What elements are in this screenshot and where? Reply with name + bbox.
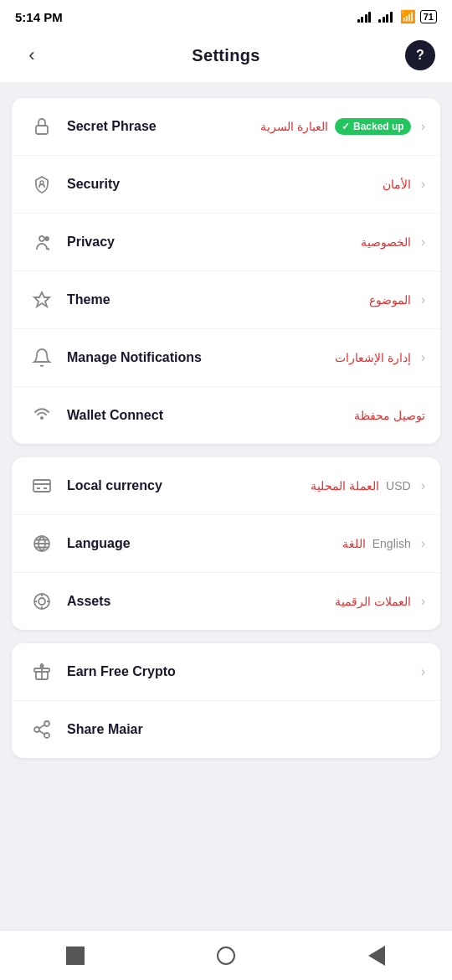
chevron-right-icon: › (421, 536, 425, 551)
home-icon (217, 946, 235, 965)
nav-back-button[interactable] (356, 935, 398, 977)
card-main: Secret Phrase العبارة السرية Backed up ›… (12, 98, 440, 444)
status-bar: 5:14 PM 📶 71 (0, 0, 452, 30)
wallet-connect-content: Wallet Connect توصيل محفظة (67, 408, 425, 423)
svg-point-3 (45, 237, 49, 240)
lock-icon (27, 111, 57, 142)
theme-icon (27, 285, 57, 315)
back-button[interactable]: ‹ (17, 40, 47, 70)
setting-row-local-currency[interactable]: Local currency العملة المحلية USD › (12, 457, 440, 515)
currency-icon (27, 471, 57, 501)
settings-content: Secret Phrase العبارة السرية Backed up ›… (0, 83, 452, 845)
security-label: Security (67, 177, 120, 192)
chevron-right-icon: › (421, 594, 425, 609)
bottom-nav (0, 930, 452, 980)
gift-icon (27, 657, 57, 687)
setting-row-share-maiar[interactable]: Share Maiar (12, 701, 440, 758)
chevron-right-icon: › (421, 177, 425, 192)
svg-point-2 (39, 236, 44, 241)
stop-icon (66, 946, 85, 965)
chevron-right-icon: › (421, 350, 425, 365)
local-currency-label: Local currency (67, 478, 162, 493)
globe-icon (27, 529, 57, 559)
local-currency-right: العملة المحلية USD › (311, 478, 425, 493)
svg-point-12 (44, 721, 49, 726)
manage-notifications-arabic: إدارة الإشعارات (335, 351, 411, 364)
header: ‹ Settings ? (0, 30, 452, 83)
setting-row-theme[interactable]: Theme الموضوع › (12, 271, 440, 329)
svg-point-5 (40, 416, 44, 420)
svg-point-9 (39, 598, 45, 605)
status-icons: 📶 71 (357, 9, 437, 24)
help-button[interactable]: ? (405, 40, 435, 70)
manage-notifications-content: Manage Notifications إدارة الإشعارات › (67, 350, 425, 365)
svg-point-14 (44, 733, 49, 738)
setting-row-assets[interactable]: Assets العملات الرقمية › (12, 573, 440, 630)
setting-row-language[interactable]: Language اللغة English › (12, 515, 440, 573)
card-more: Earn Free Crypto › Share Maiar (12, 643, 440, 758)
setting-row-earn-free-crypto[interactable]: Earn Free Crypto › (12, 643, 440, 701)
shield-icon (27, 169, 57, 199)
svg-marker-4 (34, 292, 49, 307)
setting-row-manage-notifications[interactable]: Manage Notifications إدارة الإشعارات › (12, 329, 440, 387)
chevron-right-icon: › (421, 119, 425, 134)
share-maiar-label: Share Maiar (67, 722, 143, 737)
wallet-connect-label: Wallet Connect (67, 408, 163, 423)
local-currency-arabic: العملة المحلية (311, 479, 379, 493)
secret-phrase-right: العبارة السرية Backed up › (260, 118, 425, 135)
language-label: Language (67, 536, 131, 551)
privacy-right: الخصوصية › (361, 235, 425, 250)
assets-right: العملات الرقمية › (335, 594, 425, 609)
wifi-icon: 📶 (400, 9, 416, 24)
status-time: 5:14 PM (15, 10, 63, 24)
share-maiar-content: Share Maiar (67, 722, 425, 737)
setting-row-privacy[interactable]: Privacy الخصوصية › (12, 214, 440, 271)
privacy-icon (27, 227, 57, 257)
setting-row-wallet-connect[interactable]: Wallet Connect توصيل محفظة (12, 387, 440, 444)
wallet-connect-right: توصيل محفظة (354, 409, 425, 422)
backed-up-badge: Backed up (335, 118, 411, 135)
assets-label: Assets (67, 594, 110, 609)
nav-home-button[interactable] (205, 935, 247, 977)
assets-arabic: العملات الرقمية (335, 595, 411, 608)
wallet-connect-icon (27, 400, 57, 431)
earn-free-crypto-label: Earn Free Crypto (67, 664, 176, 679)
svg-rect-0 (36, 126, 48, 134)
battery-icon: 71 (420, 10, 437, 23)
chevron-right-icon: › (421, 664, 425, 679)
signal-bars-1 (357, 11, 372, 23)
page-title: Settings (192, 46, 259, 65)
bell-icon (27, 343, 57, 373)
language-right: اللغة English › (342, 536, 425, 551)
earn-free-crypto-content: Earn Free Crypto › (67, 664, 425, 679)
card-preferences: Local currency العملة المحلية USD › Lang… (12, 457, 440, 630)
secret-phrase-content: Secret Phrase العبارة السرية Backed up › (67, 118, 425, 135)
theme-label: Theme (67, 292, 110, 307)
language-arabic: اللغة (342, 537, 366, 550)
local-currency-content: Local currency العملة المحلية USD › (67, 478, 425, 493)
security-content: Security الأمان › (67, 177, 425, 192)
language-value: English (372, 537, 411, 550)
assets-icon (27, 586, 57, 616)
back-chevron-icon: ‹ (28, 44, 34, 66)
theme-right: الموضوع › (369, 292, 425, 307)
privacy-arabic: الخصوصية (361, 235, 411, 249)
secret-phrase-label: Secret Phrase (67, 119, 157, 134)
chevron-right-icon: › (421, 235, 425, 250)
wallet-connect-arabic: توصيل محفظة (354, 409, 425, 422)
setting-row-secret-phrase[interactable]: Secret Phrase العبارة السرية Backed up › (12, 98, 440, 156)
nav-stop-button[interactable] (54, 935, 96, 977)
svg-point-13 (34, 727, 39, 732)
security-arabic: الأمان (383, 178, 411, 191)
svg-rect-6 (33, 480, 50, 492)
privacy-content: Privacy الخصوصية › (67, 235, 425, 250)
language-content: Language اللغة English › (67, 536, 425, 551)
setting-row-security[interactable]: Security الأمان › (12, 156, 440, 214)
manage-notifications-label: Manage Notifications (67, 350, 202, 365)
share-icon (27, 714, 57, 745)
chevron-right-icon: › (421, 478, 425, 493)
local-currency-value: USD (386, 479, 411, 493)
chevron-right-icon: › (421, 292, 425, 307)
secret-phrase-arabic: العبارة السرية (260, 120, 328, 133)
assets-content: Assets العملات الرقمية › (67, 594, 425, 609)
